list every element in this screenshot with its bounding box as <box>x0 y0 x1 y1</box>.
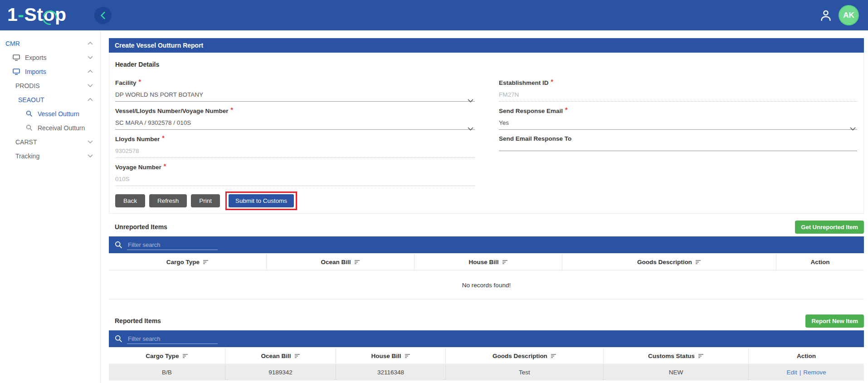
back-button[interactable]: Back <box>115 194 145 207</box>
voyage-number-field: Voyage Number* 010S <box>115 163 475 192</box>
sidebar-item-tracking[interactable]: Tracking <box>0 149 100 163</box>
establishment-id-field: Establishment ID* FM27N <box>499 79 857 107</box>
reported-items-title: Reported Items <box>109 317 161 324</box>
reported-filter-input[interactable] <box>127 334 218 344</box>
chevron-up-icon <box>87 97 93 102</box>
cell-goods-description: Test <box>446 365 604 380</box>
column-header-action: Action <box>749 348 864 364</box>
chevron-left-icon <box>100 12 106 19</box>
form-column-right: Establishment ID* FM27N Send Response Em… <box>499 79 857 192</box>
sidebar-item-label: SEAOUT <box>18 96 44 103</box>
table-row: B/B 9189342 32116348 Test NEW Edit | Rem… <box>109 365 864 380</box>
user-avatar[interactable]: AK <box>839 5 859 25</box>
search-icon <box>26 110 33 117</box>
monitor-icon <box>13 69 20 75</box>
sidebar-item-carst[interactable]: CARST <box>0 135 100 149</box>
chevron-down-icon[interactable] <box>468 127 473 131</box>
form-grid: Facility* DP WORLD NS PORT BOTANY Vessel… <box>115 79 856 192</box>
chevron-down-icon <box>87 83 93 88</box>
required-asterisk: * <box>231 106 233 113</box>
send-email-response-to-input[interactable] <box>499 151 857 151</box>
remove-link[interactable]: Remove <box>803 369 826 376</box>
no-records-message: No records found! <box>109 271 864 300</box>
reported-items-section: Reported Items Report New Item Cargo Typ… <box>109 314 864 380</box>
sidebar-item-imports[interactable]: Imports <box>0 64 100 79</box>
submit-to-customs-button[interactable]: Submit to Customs <box>229 194 294 207</box>
cell-ocean-bill: 9189342 <box>225 365 336 380</box>
sidebar-collapse-button[interactable] <box>94 7 112 24</box>
sidebar-item-label: Imports <box>25 68 46 75</box>
field-label: Voyage Number* <box>115 163 475 171</box>
cell-house-bill: 32116348 <box>336 365 446 380</box>
sort-icon <box>551 354 556 358</box>
chevron-down-icon <box>87 139 93 144</box>
card-title: Create Vessel Outturn Report <box>109 38 864 53</box>
chevron-down-icon <box>87 55 93 60</box>
unreported-filter-bar <box>109 236 864 253</box>
print-button[interactable]: Print <box>191 194 220 207</box>
vessel-lloyds-voyage-field: Vessel/Lloyds Number/Voyage Number* SC M… <box>115 107 475 135</box>
column-header-ocean-bill[interactable]: Ocean Bill <box>267 254 414 270</box>
column-header-action: Action <box>776 254 864 270</box>
app-logo[interactable]: 1-Stop <box>7 4 67 25</box>
search-icon <box>115 335 122 343</box>
column-header-goods-description[interactable]: Goods Description <box>446 348 604 364</box>
sort-icon <box>294 354 300 358</box>
field-label: Facility* <box>115 79 475 87</box>
sort-icon <box>502 260 508 265</box>
field-label: Send Response Email* <box>499 107 857 115</box>
top-bar: 1-Stop AK <box>0 0 868 30</box>
unreported-table-header: Cargo Type Ocean Bill House Bill Goods D… <box>109 254 864 270</box>
facility-select[interactable]: DP WORLD NS PORT BOTANY <box>115 91 475 102</box>
voyage-number-input: 010S <box>115 176 475 186</box>
sidebar-item-seaout[interactable]: SEAOUT <box>0 93 100 107</box>
sidebar-item-label: CARST <box>15 138 37 146</box>
header-details-title: Header Details <box>115 61 863 68</box>
search-icon <box>115 241 122 249</box>
chevron-down-icon[interactable] <box>468 99 473 103</box>
sidebar-item-label: Receival Outturn <box>38 124 85 132</box>
column-header-goods-description[interactable]: Goods Description <box>562 254 776 270</box>
vessel-select[interactable]: SC MARA / 9302578 / 010S <box>115 119 475 130</box>
sidebar-item-cmr[interactable]: CMR <box>0 36 100 50</box>
required-asterisk: * <box>565 106 567 113</box>
column-header-house-bill[interactable]: House Bill <box>336 348 446 364</box>
edit-link[interactable]: Edit <box>786 369 797 376</box>
cell-action: Edit | Remove <box>749 365 864 380</box>
get-unreported-item-button[interactable]: Get Unreported Item <box>795 221 864 234</box>
column-header-customs-status[interactable]: Customs Status <box>604 348 749 364</box>
sidebar-item-label: PRODIS <box>15 82 40 89</box>
main-content: Create Vessel Outturn Report Header Deta… <box>101 30 868 383</box>
refresh-button[interactable]: Refresh <box>149 194 187 207</box>
form-button-row: Back Refresh Print Submit to Customs <box>115 192 297 210</box>
sidebar-item-label: Exports <box>25 54 46 61</box>
send-response-email-select[interactable]: Yes <box>499 119 857 130</box>
sidebar-item-receival-outturn[interactable]: Receival Outturn <box>0 121 100 135</box>
reported-filter-bar <box>109 330 864 347</box>
report-new-item-button[interactable]: Report New Item <box>805 314 864 328</box>
chevron-down-icon[interactable] <box>850 127 856 131</box>
establishment-id-input: FM27N <box>499 91 857 102</box>
unreported-items-title: Unreported Items <box>109 223 167 231</box>
column-header-cargo-type[interactable]: Cargo Type <box>109 348 225 364</box>
field-label: Lloyds Number* <box>115 135 475 143</box>
person-icon[interactable] <box>819 9 833 22</box>
column-header-cargo-type[interactable]: Cargo Type <box>109 254 267 270</box>
unreported-items-section: Unreported Items Get Unreported Item Car… <box>109 221 864 300</box>
unreported-filter-input[interactable] <box>127 240 218 250</box>
field-label: Vessel/Lloyds Number/Voyage Number* <box>115 107 475 115</box>
monitor-icon <box>13 54 20 61</box>
column-header-ocean-bill[interactable]: Ocean Bill <box>225 348 336 364</box>
chevron-up-icon <box>87 69 93 74</box>
logo-text: St <box>24 4 43 25</box>
column-header-house-bill[interactable]: House Bill <box>414 254 562 270</box>
required-asterisk: * <box>551 78 553 85</box>
sidebar-item-prodis[interactable]: PRODIS <box>0 79 100 93</box>
sidebar-item-vessel-outturn[interactable]: Vessel Outturn <box>0 107 100 121</box>
required-asterisk: * <box>164 162 166 170</box>
sidebar-item-label: Tracking <box>15 152 39 160</box>
sort-icon <box>405 354 410 358</box>
sidebar-item-exports[interactable]: Exports <box>0 50 100 64</box>
avatar-initials: AK <box>843 11 854 20</box>
logo-dash: - <box>18 4 24 25</box>
